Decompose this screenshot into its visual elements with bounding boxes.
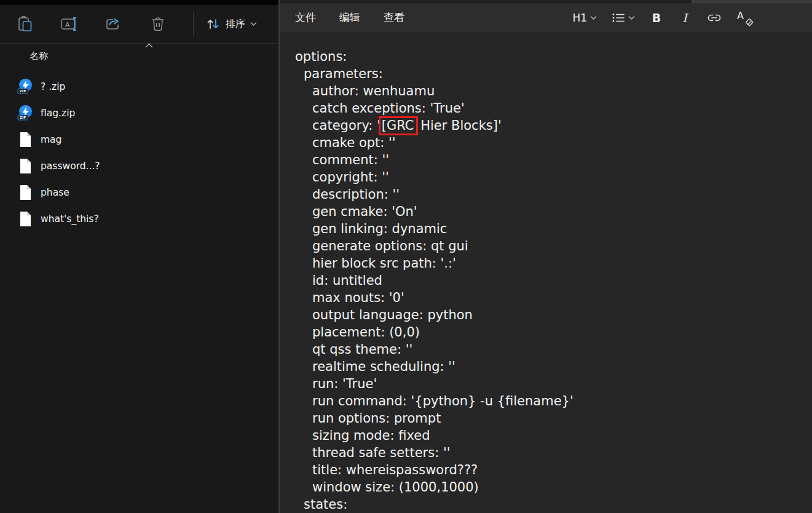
name-column-header[interactable]: 名称 xyxy=(30,50,49,62)
link-button[interactable] xyxy=(706,12,722,24)
menu-edit[interactable]: 编辑 xyxy=(331,7,369,28)
file-row[interactable]: mag xyxy=(0,126,278,153)
toolbar-separator xyxy=(0,43,278,44)
link-icon xyxy=(706,12,722,24)
yaml-line: realtime scheduling: '' xyxy=(295,358,801,375)
blank-file-icon xyxy=(17,184,34,201)
yaml-line: states: xyxy=(295,496,801,513)
zip-file-icon: ZIP xyxy=(17,78,34,95)
yaml-line: comment: '' xyxy=(295,151,801,169)
toolbar-divider xyxy=(193,12,194,36)
yaml-line: gen linking: dynamic xyxy=(295,220,801,237)
yaml-line: qt qss theme: '' xyxy=(295,341,801,358)
yaml-line: copyright: '' xyxy=(295,169,801,186)
file-name: flag.zip xyxy=(41,108,75,119)
sort-icon xyxy=(206,17,221,31)
yaml-line: generate options: qt gui xyxy=(295,237,801,255)
svg-text:ZIP: ZIP xyxy=(20,89,26,93)
menu-view[interactable]: 查看 xyxy=(375,7,413,28)
file-explorer-window: A xyxy=(0,0,278,513)
yaml-line: run: 'True' xyxy=(295,375,801,392)
bold-button[interactable]: B xyxy=(650,11,663,25)
svg-text:ZIP: ZIP xyxy=(20,116,26,119)
file-row[interactable]: password...? xyxy=(0,153,278,179)
share-button[interactable] xyxy=(104,14,123,34)
yaml-line-text: category: ' xyxy=(312,118,380,133)
formatting-toolbar: H1 B xyxy=(572,10,753,26)
yaml-line-text: Hier Blocks]' xyxy=(417,118,502,133)
text-editor-area[interactable]: options:parameters:author: wenhuamucatch… xyxy=(280,32,812,513)
paste-icon xyxy=(17,15,33,33)
yaml-line: catch exceptions: 'True' xyxy=(295,100,801,117)
clear-format-button[interactable]: A xyxy=(737,10,753,26)
file-row[interactable]: phase xyxy=(0,179,278,205)
rename-icon: A xyxy=(60,16,79,32)
file-name: phase xyxy=(41,187,69,198)
menu-group: 文件 编辑 查看 xyxy=(280,7,419,28)
blank-file-icon xyxy=(17,157,34,174)
yaml-line: parameters: xyxy=(295,65,801,82)
yaml-line: author: wenhuamu xyxy=(295,82,801,100)
sort-ascending-caret-icon[interactable] xyxy=(145,43,153,48)
heading-dropdown-button[interactable]: H1 xyxy=(572,12,597,24)
trash-icon xyxy=(150,15,166,33)
yaml-line: run command: '{python} -u {filename}' xyxy=(295,392,801,410)
yaml-line: options: xyxy=(295,48,801,65)
yaml-line: placement: (0,0) xyxy=(295,324,801,341)
file-row[interactable]: what's_this? xyxy=(0,205,278,232)
file-name: what's_this? xyxy=(41,213,99,225)
clear-format-icon: A xyxy=(737,10,753,26)
chevron-down-icon xyxy=(628,15,635,20)
file-row[interactable]: ZIP ? .zip xyxy=(0,73,278,100)
yaml-line: max nouts: '0' xyxy=(295,289,801,306)
heading-label: H1 xyxy=(572,12,587,24)
notepad-window: 文件 编辑 查看 H1 xyxy=(280,0,812,513)
rename-button[interactable]: A xyxy=(60,14,79,34)
yaml-line: id: untitled xyxy=(295,272,801,289)
sort-button[interactable]: 排序 xyxy=(206,17,257,31)
yaml-line: output language: python xyxy=(295,306,801,324)
yaml-line: category: '[GRC Hier Blocks]' xyxy=(295,117,801,134)
yaml-line: cmake opt: '' xyxy=(295,134,801,151)
blank-file-icon xyxy=(17,210,34,227)
yaml-line: thread safe setters: '' xyxy=(295,444,801,461)
yaml-line: hier block src path: '.:' xyxy=(295,255,801,272)
yaml-line: sizing mode: fixed xyxy=(295,427,801,444)
zip-file-icon: ZIP xyxy=(17,105,34,121)
menu-file[interactable]: 文件 xyxy=(286,7,325,28)
italic-icon: I xyxy=(682,11,687,25)
yaml-line: title: whereispassword??? xyxy=(295,461,801,479)
share-icon xyxy=(105,16,122,32)
italic-button[interactable]: I xyxy=(678,11,692,25)
chevron-down-icon xyxy=(250,22,257,26)
yaml-line: gen cmake: 'On' xyxy=(295,203,801,220)
yaml-line: description: '' xyxy=(295,186,801,203)
sort-label: 排序 xyxy=(226,18,245,31)
list-dropdown-button[interactable] xyxy=(612,12,635,23)
highlight-box: [GRC xyxy=(379,116,418,135)
chevron-down-icon xyxy=(590,15,597,20)
bold-icon: B xyxy=(652,11,661,25)
yaml-line: window size: (1000,1000) xyxy=(295,479,801,496)
yaml-line: run options: prompt xyxy=(295,410,801,427)
file-name: mag xyxy=(41,134,61,145)
delete-button[interactable] xyxy=(149,14,167,34)
blank-file-icon xyxy=(17,131,34,148)
svg-text:A: A xyxy=(65,21,70,29)
editor-menubar: 文件 编辑 查看 H1 xyxy=(280,3,812,32)
file-list: ZIP ? .zip ZIP flag.zip mag password...?… xyxy=(0,73,278,232)
bullet-list-icon xyxy=(612,12,625,23)
file-name: password...? xyxy=(41,161,100,172)
file-row[interactable]: ZIP flag.zip xyxy=(0,100,278,126)
paste-button[interactable] xyxy=(16,14,34,34)
explorer-toolbar: A xyxy=(0,5,278,43)
explorer-top-strip xyxy=(0,0,278,5)
file-name: ? .zip xyxy=(41,81,65,92)
